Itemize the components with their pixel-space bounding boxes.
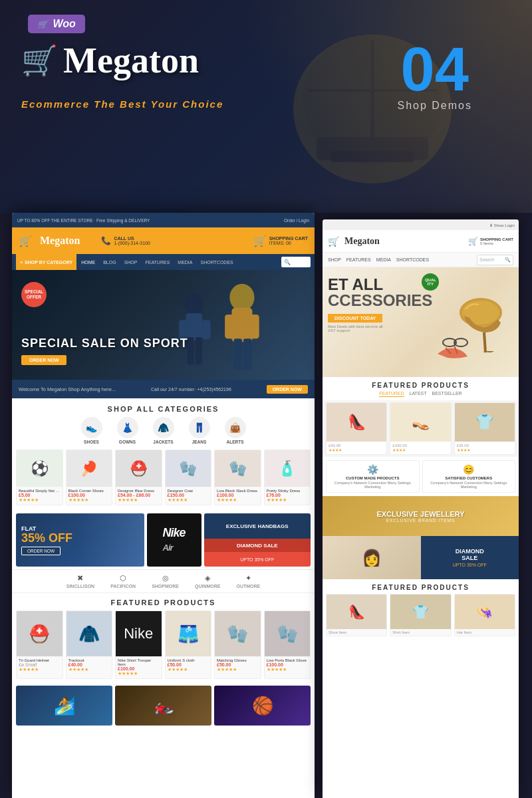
category-shoes[interactable]: 👟 SHOES [81,417,102,444]
phone-number: 1-(900)-314-3100 [114,241,150,245]
header-call-area: 📞 CALL US 1-(900)-314-3100 [101,236,150,245]
product-2[interactable]: 🏓 Black Corner Shoes £100.00 ★★★★★ [66,450,113,505]
nav-blog[interactable]: BLOG [100,260,119,265]
search-icon: 🔍 [284,259,291,265]
right-nav-shop[interactable]: SHOP [328,257,341,262]
right-products-row: 👠 £40.00 ★★★★ 👡 £100.00 ★★★★ 👕 £35.00 ★★… [323,400,519,457]
promo-nike[interactable]: NikeAir [147,513,201,567]
right-product-1[interactable]: 👠 £40.00 ★★★★ [326,402,387,455]
promo-flat-off[interactable]: FLAT 35% OFF ORDER NOW [16,513,144,567]
nav-home[interactable]: HOME [78,260,98,265]
bottom-product-2[interactable]: 👕 Shirt Item [390,594,451,636]
category-jeans[interactable]: 👖 JEANS [189,417,210,444]
right-hero: ET ALL CCESSORIES QUALITY DISCOUNT TODAY… [323,267,519,377]
nav-shortcodes[interactable]: SHORTCODES [197,260,236,265]
category-jackets[interactable]: 🧥 JACKETS [153,417,174,444]
demo-left-screenshot: UP TO 80% OFF THE ENTIRE STORE · Free Sh… [12,213,315,798]
nav-shop-category[interactable]: ≡ SHOP BY CATEGORY [16,254,76,270]
action-img-2: 🏍️ [115,686,211,726]
topbar-login[interactable]: Order / Login [284,218,309,223]
infobar-order-btn[interactable]: ORDER NOW [267,385,308,394]
product-6[interactable]: 🧴 Pretty Slinky Dress £76.00 ★★★★★ [264,450,311,505]
hero-glow [239,0,532,213]
infobar-welcome: Welcome To Megaton Shop Anything here... [19,386,116,392]
right-stats-row: ⚙️ CUSTOM MADE PRODUCTS Company's Networ… [323,457,519,496]
featured-1[interactable]: ⛑️ Tri Guard Helmet £a Small ★★★★★ [16,610,63,679]
nav-media[interactable]: MEDIA [174,260,196,265]
featured-6[interactable]: 🧤 Low Ports Black Glove £100.00 ★★★★★ [264,610,311,679]
nav-shop[interactable]: SHOP [121,260,141,265]
featured-products-row: ⛑️ Tri Guard Helmet £a Small ★★★★★ 🧥 Tra… [12,609,315,683]
right-search-icon: 🔍 [505,257,511,263]
hero-order-btn[interactable]: ORDER NOW [21,355,66,365]
featured-3[interactable]: Nike Nike Short Trooper Item £100.00 ★★★… [115,610,162,679]
stat-satisfied-customers: 😊 SATISFIED CUSTOMERS Company's Network … [422,460,516,493]
brand-4: ◈ QUINMORE [195,574,221,589]
header-logo: Megaton [40,235,80,247]
category-alerts[interactable]: 👜 ALERTS [225,417,246,444]
right-product-2[interactable]: 👡 £100.00 ★★★★ [390,402,451,455]
infobar-call: Call our 24/7 number: +4(253)4562196 [151,387,231,392]
action-img-1: 🏄 [16,686,112,726]
right-header-cart[interactable]: 🛒 SHOPPING CART 0 Items [468,237,513,246]
brands-row: ✖ SINCLLISON ⬡ PACIFICON ◎ SHOPMORE ◈ QU… [12,569,315,593]
right-header-cart-icon: 🛒 [328,236,339,247]
featured-2[interactable]: 🧥 Tracksuit £40.00 ★★★★★ [66,610,113,679]
show-login-tag: ⬇ Show Login [323,219,519,230]
right-search-box[interactable]: Search 🔍 [477,255,513,265]
category-gowns[interactable]: 👗 GOWNS [117,417,138,444]
right-bottom-products: 👠 Shoe Item 👕 Shirt Item 👒 Hat Item [323,594,519,640]
jewellery-subtitle: EXCLUSIVE BRAND ITEMS [376,518,464,523]
cart-items: ITEMS: 00 [269,241,308,245]
product-5[interactable]: 🧤 Low Block Slack Dress £100.00 ★★★★★ [214,450,261,505]
nav-features[interactable]: FEATURES [142,260,173,265]
right-diamond-sale[interactable]: DIAMOND SALE UPTO 35% OFF [421,536,519,579]
right-featured2-title: FEATURED PRODUCTS [323,579,519,594]
special-offer-badge: SPECIALOFFER [21,282,47,307]
shop-demos-number: 04 [398,39,473,100]
hero-title: SPECIAL SALE ON SPORT [21,336,188,350]
brand-5: ✦ OUTMORE [236,574,260,589]
diamond-sale-label: DIAMOND [456,548,484,555]
right-nav-media[interactable]: MEDIA [376,257,391,262]
settings-icon: ⚙️ [329,464,416,475]
right-header: 🛒 Megaton 🛒 SHOPPING CART 0 Items [323,230,519,253]
action-images-row: 🏄 🏍️ 🏀 [12,683,315,731]
product-1[interactable]: ⚽ Beautiful Simply Not Done £5.00 ★★★★★ [16,450,63,505]
svg-rect-11 [243,338,251,369]
topbar: UP TO 80% OFF THE ENTIRE STORE · Free Sh… [12,213,315,227]
shop-demos-area: 04 Shop Demos [398,39,473,112]
svg-rect-9 [249,315,259,338]
right-nav-shortcodes[interactable]: SHORTCODES [396,257,429,262]
svg-rect-8 [225,315,235,338]
product-3[interactable]: ⛑️ Designer Blue Dress £54.00 - £86.00 ★… [115,450,162,505]
demo-header: 🛒 Megaton 📞 CALL US 1-(900)-314-3100 🛒 S… [12,227,315,254]
promo-handbags[interactable]: EXCLUSIVE HANDBAGS DIAMOND SALE UPTO 35%… [204,513,311,567]
featured-products-title: FEATURED PRODUCTS [12,593,315,609]
bottom-product-3[interactable]: 👒 Hat Item [454,594,515,636]
shop-categories-section: SHOP ALL CATEGORIES 👟 SHOES 👗 GOWNS 🧥 JA… [12,398,315,511]
featured-4[interactable]: 🩳 Uniform S cloth £50.00 ★★★★★ [165,610,212,679]
infobar: Welcome To Megaton Shop Anything here...… [12,380,315,398]
action-img-3: 🏀 [214,686,311,726]
woo-icon: 🛒 [37,19,48,29]
svg-point-12 [184,293,203,315]
product-4[interactable]: 🧤 Designer Coat £150.00 ★★★★★ [165,450,212,505]
promo-banners-row: FLAT 35% OFF ORDER NOW NikeAir EXCLUSIVE… [12,511,315,569]
svg-point-6 [229,284,254,311]
right-product-3[interactable]: 👕 £35.00 ★★★★ [454,402,515,455]
call-label: CALL US [114,236,150,241]
right-nav-features[interactable]: FEATURES [346,257,371,262]
bottom-product-1[interactable]: 👠 Shoe Item [326,594,387,636]
tab-featured[interactable]: FEATURED [379,391,404,397]
tab-latest[interactable]: LATEST [410,391,427,397]
svg-rect-10 [234,338,242,369]
shop-demos-label: Shop Demos [398,100,473,112]
featured-5[interactable]: 🧤 Matching Gloves £50.00 ★★★★★ [214,610,261,679]
diamond-discount: UPTO 35% OFF [453,563,487,567]
promo-order-btn[interactable]: ORDER NOW [21,547,61,555]
products-row: ⚽ Beautiful Simply Not Done £5.00 ★★★★★ … [12,448,315,509]
nav-search-box[interactable]: 🔍 [281,257,311,267]
jewellery-promo: EXCLUSIVE JEWELLERY EXCLUSIVE BRAND ITEM… [323,496,519,536]
tab-bestseller[interactable]: BESTSELLER [432,391,462,397]
